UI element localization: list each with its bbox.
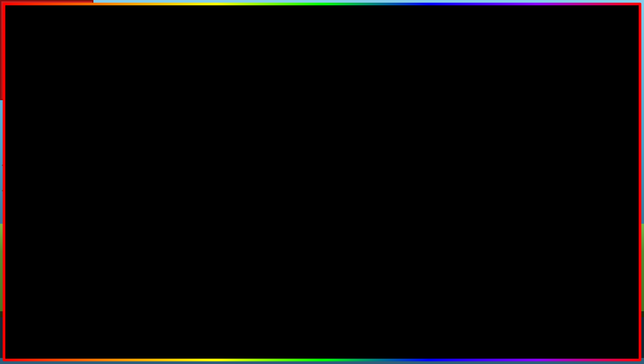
item-label-1: Auto Farm All Mobs: Leaf Village [467,164,539,169]
right-panel-title: Anime Souls Simulator [467,125,529,132]
icon-diamond-bottom[interactable]: 🤖 [27,200,60,233]
area-item-pyecy[interactable]: Pyecy Village [84,151,190,164]
chevron-down-icon [187,144,190,146]
item-label-2: Auto Farm All Mobs: Planet Nomak [467,178,545,183]
farming-icon: ⚙ [121,123,126,128]
window [11,31,28,51]
stat-badge-1: ⚡ 3.6K [7,87,42,99]
window [50,31,67,51]
dropdown-arrow-icon[interactable]: ▼ [598,125,604,132]
hud-right: 1.0K / 1.0* ⭐ 📅 31 [609,117,637,156]
building-right [0,0,93,100]
panel-item-8[interactable]: Miscellaneous [461,257,610,269]
auto-farm-row: Auto Farm [84,202,190,216]
building-left [17,224,83,297]
item-label-3: Auto Farm All Mobs: Titan District [467,192,541,197]
select-health-value[interactable]: Low [174,193,190,198]
select-area-value[interactable]: Pyecy Village [153,142,190,148]
ghost-icon: 👻 [11,105,20,114]
item-label-4: Auto Farm All Mobs: Hunter City [467,206,538,211]
lightning-icon: ⚡ [11,88,21,98]
stat2-value: 8.4K [22,105,37,114]
window [50,58,67,78]
chevron-up-icon [187,194,190,197]
as-logo-anime: ANIME [589,324,626,336]
optix-hub-panel: Optix Hub ✏ □ ✕ 🏠 Home ⚙ Farming Select … [78,105,196,222]
home-icon: 🏠 [88,123,94,128]
panel-item-6[interactable]: Hero Box: Pyecy Village + [461,228,610,243]
free-auto-click-section: FREE AUTO CLICK OFF [392,328,445,342]
select-health-label: Select Health [84,193,115,198]
item-label-6: Hero Box: Pyecy Village [467,233,521,238]
as-logo-souls: SOULS [589,336,626,349]
panel-nav-btn[interactable]: >>> [461,135,610,145]
auto-click-gamepass-label: AUTO CLICK GAMEPASS [199,329,269,335]
auto-farm-label: Auto Farm [84,206,109,212]
item-label-0: Auto Farm All Mobs: Pyecy Village [467,150,543,155]
auto-click-section: AUTO CLICK OFF [336,328,372,342]
character-hair [314,233,330,239]
calendar-icon: 📅 31 [615,144,637,156]
optix-content: Select Area Pyecy Village Pyecy Village … [78,134,196,221]
optix-title: Optix Hub [82,109,108,115]
select-area-row: Select Area Pyecy Village [84,139,190,151]
panel-item-4[interactable]: Auto Farm All Mobs: Hunter City | [461,202,610,216]
item-label-7: Auto Open Selected Hero Box [467,247,534,253]
toggle-knob [184,206,190,212]
tree [140,247,157,297]
bar-icon-7: | [603,246,604,253]
stat1-value: 3.6K [23,88,38,97]
panel-item-7[interactable]: Auto Open Selected Hero Box | [461,243,610,257]
bar-icon-1: | [603,163,604,170]
hud-icons: ⚙️ 🔴 📦 📅 🤖 [7,154,81,228]
right-panel: Anime Souls Simulator ▼ >>> Auto Farm Al… [460,120,611,270]
tab-home[interactable]: 🏠 Home [83,121,114,130]
optix-minimize-btn[interactable]: □ [178,109,184,114]
bar-icon-3: | [603,191,604,198]
stat-right: 1.0K / 1.0* [609,117,637,125]
tab-farming[interactable]: ⚙ Farming [116,121,151,130]
check-icon: ✓ [599,149,604,156]
optix-close-btn[interactable]: ✕ [186,109,192,114]
nav-diamond-icon: ♦ [300,329,305,340]
character-tag: Beginner [306,223,338,228]
main-quest-sign: Complete Main Quest to Unlock Island! [354,60,421,77]
area-item-planet[interactable]: Planet Nomak [84,177,190,189]
free-auto-click-value: OFF [392,334,445,342]
bottom-hud: AUTO CLICK GAMEPASS BUY ♦ AUTO CLICK OFF… [0,311,644,358]
area-item-leaf[interactable]: Leaf Village [84,164,190,177]
buy-label: BUY [199,335,269,340]
right-panel-header: Anime Souls Simulator ▼ [461,121,610,135]
character-body [309,254,335,287]
hud-left: ⚡ 3.6K 👻 8.4K [7,87,42,115]
optix-controls: ✏ □ ✕ [170,109,192,114]
star-icon: ⭐ [621,128,637,140]
nav-diamond[interactable]: ♦ [284,316,321,353]
auto-click-value: OFF [336,334,372,342]
objectives-title: Objectives [474,107,527,115]
character: Beginner @XxArSendxX [306,223,338,287]
bar-icon-4: | [603,205,604,212]
free-auto-click-label: FREE AUTO CLICK [392,328,445,334]
auto-click-gamepass-section: AUTO CLICK GAMEPASS BUY [199,329,269,340]
window [11,58,28,78]
character-head [312,235,332,254]
area-list: Pyecy Village Leaf Village Planet Nomak [84,151,190,189]
panel-item-0[interactable]: Auto Farm All Mobs: Pyecy Village ✓ [461,145,610,160]
auto-farm-toggle[interactable] [176,205,190,213]
bar-icon-2: | [603,177,604,184]
select-health-row: Select Health Low [84,189,190,202]
optix-titlebar: Optix Hub ✏ □ ✕ [78,106,196,118]
select-area-label: Select Area [84,142,111,148]
panel-item-3[interactable]: Auto Farm All Mobs: Titan District | [461,188,610,202]
optix-tabs: 🏠 Home ⚙ Farming [78,118,196,134]
plus-icon: + [600,232,604,239]
as-logo: ANIME SOULS [581,319,634,354]
panel-item-1[interactable]: Auto Farm All Mobs: Leaf Village | [461,160,610,174]
optix-edit-btn[interactable]: ✏ [170,109,176,114]
stat-badge-2: 👻 8.4K [7,104,42,115]
panel-item-5[interactable]: Hero-Crates [461,216,610,228]
panel-item-2[interactable]: Auto Farm All Mobs: Planet Nomak | [461,174,610,188]
auto-click-label: AUTO CLICK [336,328,372,334]
item-label-8: Miscellaneous [467,260,499,266]
